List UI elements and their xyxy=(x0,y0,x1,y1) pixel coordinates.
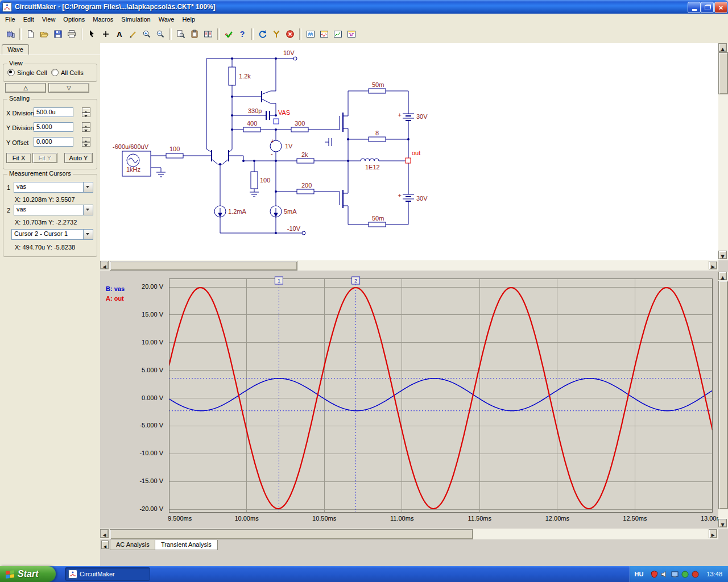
x-tick-label: 11.50ms xyxy=(462,515,497,522)
wave-hscrollbar[interactable] xyxy=(100,529,718,539)
cursor-flag-2[interactable]: 2 xyxy=(352,277,360,284)
start-button[interactable]: Start xyxy=(0,566,56,582)
x-division-spinner[interactable] xyxy=(82,107,90,117)
label-c-comp: 330p xyxy=(248,107,262,114)
menu-view[interactable]: View xyxy=(38,15,60,24)
x-division-field[interactable]: 500.0u xyxy=(34,107,73,117)
hscroll-thumb[interactable] xyxy=(110,261,297,271)
menu-help[interactable]: Help xyxy=(178,15,199,24)
vscroll-thumb[interactable] xyxy=(718,52,728,94)
split-view-button[interactable] xyxy=(201,28,215,41)
place-part-button[interactable] xyxy=(99,28,113,41)
tab-scroll-left-button[interactable] xyxy=(101,541,109,549)
probe-marker-b[interactable] xyxy=(274,119,279,124)
cursor2-signal-select[interactable]: vas xyxy=(14,205,93,215)
scroll-down-button[interactable] xyxy=(718,519,727,527)
close-button[interactable]: × xyxy=(714,2,727,13)
waveforms-button[interactable] xyxy=(317,28,331,41)
spin-up-icon[interactable] xyxy=(82,137,90,142)
menu-options[interactable]: Options xyxy=(59,15,89,24)
menu-simulation[interactable]: Simulation xyxy=(117,15,154,24)
radio-single-cell[interactable]: Single Cell xyxy=(7,69,47,76)
waveform-plot[interactable]: 12 xyxy=(169,276,714,515)
status-green-icon[interactable] xyxy=(681,570,689,579)
volume-icon[interactable] xyxy=(660,570,669,579)
cursor1-signal-select[interactable]: vas xyxy=(14,182,93,193)
radio-all-cells[interactable]: All Cells xyxy=(51,69,84,76)
arrow-tool-icon xyxy=(88,30,97,39)
stop-simulation-button[interactable] xyxy=(283,28,297,41)
probe-tool-button[interactable] xyxy=(270,28,283,41)
zoom-in-button[interactable] xyxy=(140,28,154,41)
scroll-down-button[interactable] xyxy=(718,251,727,259)
cursor-flag-1[interactable]: 1 xyxy=(275,277,283,284)
text-tool-button[interactable]: A xyxy=(113,28,126,41)
chevron-down-icon[interactable] xyxy=(83,230,93,239)
scroll-left-button[interactable] xyxy=(100,261,109,269)
signal-generator-button[interactable] xyxy=(345,28,358,41)
hscroll-thumb[interactable] xyxy=(110,529,473,539)
menu-wave[interactable]: Wave xyxy=(155,15,179,24)
spin-up-icon[interactable] xyxy=(82,122,90,127)
security-icon[interactable] xyxy=(650,570,659,579)
chevron-down-icon[interactable] xyxy=(83,182,93,192)
menu-edit[interactable]: Edit xyxy=(19,15,38,24)
wave-vscrollbar[interactable] xyxy=(718,272,728,529)
save-button[interactable] xyxy=(51,28,65,41)
y-division-spinner[interactable] xyxy=(82,122,90,132)
part-browser-button[interactable] xyxy=(3,28,17,41)
scroll-up-button[interactable] xyxy=(718,272,727,280)
help-button[interactable]: ? xyxy=(235,28,249,41)
paste-button[interactable] xyxy=(188,28,201,41)
y-division-value: 5.000 xyxy=(36,123,52,130)
language-indicator[interactable]: HU xyxy=(635,571,644,577)
y-offset-spinner[interactable] xyxy=(82,137,90,147)
zoom-out-button[interactable] xyxy=(154,28,167,41)
zoom-select-button[interactable] xyxy=(174,28,188,41)
spin-down-icon[interactable] xyxy=(82,142,90,147)
arrow-tool-button[interactable] xyxy=(85,28,99,41)
taskbar-item-circuitmaker[interactable]: CircuitMaker xyxy=(65,567,150,581)
y-offset-field[interactable]: 0.000 xyxy=(34,137,73,147)
logic-analyzer-button[interactable] xyxy=(331,28,345,41)
probe-marker-a[interactable] xyxy=(406,158,411,163)
menu-file[interactable]: File xyxy=(1,15,19,24)
x-tick-label: 11.00ms xyxy=(385,515,419,522)
label-r-300: 300 xyxy=(295,120,305,127)
status-red-icon[interactable] xyxy=(691,570,700,579)
reset-button[interactable] xyxy=(256,28,270,41)
new-button[interactable] xyxy=(24,28,38,41)
spin-up-icon[interactable] xyxy=(82,107,90,113)
fit-x-button[interactable]: Fit X xyxy=(6,153,31,163)
tab-ac-analysis[interactable]: AC Analysis xyxy=(110,540,156,550)
auto-y-button[interactable]: Auto Y xyxy=(64,153,93,163)
y-offset-label: Y Offset xyxy=(6,139,28,146)
wire-tool-button[interactable] xyxy=(126,28,140,41)
cursor-difference-select[interactable]: Cursor 2 - Cursor 1 xyxy=(11,229,93,240)
minimize-button[interactable] xyxy=(688,2,701,13)
spin-down-icon[interactable] xyxy=(82,127,90,132)
scroll-up-button[interactable] xyxy=(718,43,727,52)
restore-button[interactable] xyxy=(701,2,714,13)
fit-y-button[interactable]: Fit Y xyxy=(32,153,57,163)
vscroll-thumb[interactable] xyxy=(718,281,728,509)
scroll-right-button[interactable] xyxy=(709,529,717,538)
chevron-down-icon[interactable] xyxy=(83,205,93,215)
print-button[interactable] xyxy=(65,28,78,41)
y-division-field[interactable]: 5.000 xyxy=(34,122,73,132)
menu-macros[interactable]: Macros xyxy=(89,15,117,24)
schematic-vscrollbar[interactable] xyxy=(718,43,728,260)
open-button[interactable] xyxy=(38,28,51,41)
tab-transient-analysis[interactable]: Transient Analysis xyxy=(155,540,218,550)
scroll-right-button[interactable] xyxy=(709,261,717,269)
network-monitor-icon[interactable] xyxy=(671,570,679,579)
schematic-canvas[interactable]: 10V 1.2k 330p 400 300 50m + 30V 8 2k 1E1… xyxy=(100,43,718,260)
wave-cell-up-button[interactable] xyxy=(5,83,46,93)
tab-wave[interactable]: Wave xyxy=(2,44,29,55)
scroll-left-button[interactable] xyxy=(100,529,109,538)
wave-cell-down-button[interactable] xyxy=(48,83,89,93)
spin-down-icon[interactable] xyxy=(82,113,90,118)
digital-scope-button[interactable] xyxy=(304,28,317,41)
schematic-hscrollbar[interactable] xyxy=(100,260,718,271)
run-analyses-button[interactable] xyxy=(222,28,235,41)
